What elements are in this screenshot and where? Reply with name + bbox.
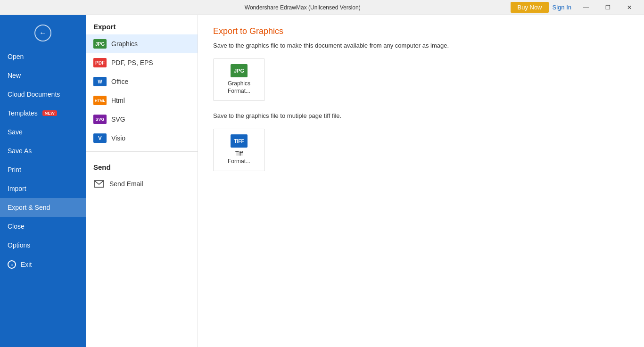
menu-item-pdf[interactable]: PDF PDF, PS, EPS	[86, 53, 198, 72]
send-section-header: Send	[86, 156, 198, 175]
card-jpg-label: GraphicsFormat...	[228, 80, 250, 95]
back-button[interactable]: ←	[0, 19, 86, 47]
export-section-header: Export	[86, 15, 198, 34]
minimize-button[interactable]: —	[575, 0, 597, 15]
menu-item-office[interactable]: W Office	[86, 72, 198, 91]
buy-now-button[interactable]: Buy Now	[511, 2, 548, 13]
svg-icon: SVG	[93, 115, 107, 124]
visio-icon: V	[93, 133, 107, 143]
middle-panel: Export JPG Graphics PDF PDF, PS, EPS W O…	[86, 15, 198, 347]
pdf-icon: PDF	[93, 58, 107, 67]
card-tiff-label: TiffFormat...	[228, 150, 250, 165]
sidebar-item-options[interactable]: Options	[0, 236, 86, 255]
sidebar-item-exit[interactable]: ○ Exit	[0, 255, 86, 274]
sidebar-item-save[interactable]: Save	[0, 123, 86, 141]
menu-item-svg[interactable]: SVG SVG	[86, 110, 198, 129]
new-badge: NEW	[42, 110, 57, 116]
content-title: Export to Graphics	[213, 26, 629, 36]
restore-button[interactable]: ❐	[597, 0, 619, 15]
sidebar: ← Open New Cloud Documents Templates NEW…	[0, 15, 86, 347]
jpg-icon: JPG	[93, 39, 107, 49]
sidebar-item-cloud-documents[interactable]: Cloud Documents	[0, 85, 86, 104]
exit-icon: ○	[8, 260, 16, 269]
main-layout: ← Open New Cloud Documents Templates NEW…	[0, 15, 644, 347]
sidebar-item-new[interactable]: New	[0, 66, 86, 85]
sidebar-item-print[interactable]: Print	[0, 160, 86, 179]
menu-item-html[interactable]: HTML Html	[86, 91, 198, 110]
titlebar-title: Wondershare EdrawMax (Unlicensed Version…	[94, 4, 511, 11]
sidebar-item-save-as[interactable]: Save As	[0, 141, 86, 160]
card-tiff-icon: TIFF	[231, 134, 248, 148]
format-cards-row1: JPG GraphicsFormat...	[213, 58, 629, 101]
sign-in-link[interactable]: Sign In	[553, 4, 571, 11]
sidebar-item-close[interactable]: Close	[0, 217, 86, 236]
sidebar-item-open[interactable]: Open	[0, 47, 86, 66]
sidebar-item-export-send[interactable]: Export & Send	[0, 198, 86, 217]
description1: Save to the graphics file to make this d…	[213, 42, 629, 49]
divider	[86, 151, 198, 152]
back-circle-icon: ←	[34, 25, 51, 41]
titlebar-controls: — ❐ ✕	[575, 0, 640, 15]
card-jpg-icon: JPG	[231, 64, 248, 77]
html-icon: HTML	[93, 96, 107, 105]
description2: Save to the graphics file to mutiple pag…	[213, 112, 629, 119]
sidebar-item-templates[interactable]: Templates NEW	[0, 104, 86, 123]
graphics-format-card[interactable]: JPG GraphicsFormat...	[213, 58, 265, 101]
menu-item-graphics[interactable]: JPG Graphics	[86, 34, 198, 53]
menu-item-visio[interactable]: V Visio	[86, 129, 198, 148]
right-panel: Export to Graphics Save to the graphics …	[198, 15, 644, 347]
format-cards-row2: TIFF TiffFormat...	[213, 129, 629, 171]
titlebar-actions: Buy Now Sign In — ❐ ✕	[511, 0, 644, 15]
email-menu-icon	[93, 180, 105, 188]
close-window-button[interactable]: ✕	[619, 0, 640, 15]
titlebar: Wondershare EdrawMax (Unlicensed Version…	[0, 0, 644, 15]
sidebar-item-import[interactable]: Import	[0, 179, 86, 198]
word-icon: W	[93, 77, 107, 86]
menu-item-send-email[interactable]: Send Email	[86, 175, 198, 193]
tiff-format-card[interactable]: TIFF TiffFormat...	[213, 129, 265, 171]
